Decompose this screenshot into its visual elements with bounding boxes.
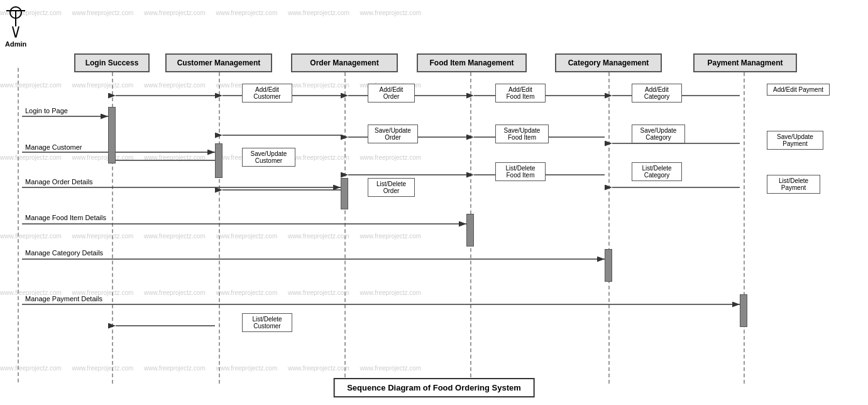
note-add-edit-order: Add/EditOrder [368, 84, 415, 103]
header-food: Food Item Management [417, 53, 527, 72]
note-list-delete-payment: List/DeletePayment [767, 175, 820, 194]
note-list-delete-order: List/DeleteOrder [368, 178, 415, 197]
activation-customer [215, 143, 222, 178]
actor-lifeline [18, 68, 19, 382]
msg-manage-order: Manage Order Details [25, 178, 93, 186]
msg-manage-category: Manage Category Details [25, 249, 103, 257]
header-category: Category Management [555, 53, 662, 72]
note-save-update-food: Save/UpdateFood Item [495, 125, 549, 143]
activation-food [466, 214, 474, 247]
msg-manage-payment: Manage Payment Details [25, 295, 102, 302]
activation-payment [740, 294, 747, 327]
header-payment: Payment Managment [693, 53, 797, 72]
note-save-update-customer: Save/UpdateCustomer [242, 148, 295, 167]
msg-manage-food: Manage Food Item Details [25, 214, 106, 221]
header-order: Order Management [291, 53, 398, 72]
msg-login-to-page: Login to Page [25, 107, 68, 114]
lifeline-category [608, 72, 610, 384]
note-add-edit-payment: Add/Edit Payment [767, 84, 830, 96]
note-save-update-order: Save/UpdateOrder [368, 125, 418, 143]
note-add-edit-category: Add/EditCategory [632, 84, 682, 103]
note-list-delete-customer: List/DeleteCustomer [242, 313, 292, 332]
activation-category [605, 249, 612, 282]
actor-body [15, 11, 16, 26]
activation-order [341, 178, 348, 209]
activation-login [108, 107, 116, 164]
diagram-title: Sequence Diagram of Food Ordering System [333, 378, 535, 397]
note-list-delete-category: List/DeleteCategory [632, 162, 682, 181]
note-list-delete-food: List/DeleteFood Item [495, 162, 546, 181]
note-add-edit-food: Add/EditFood Item [495, 84, 546, 103]
lifeline-order [344, 72, 346, 384]
lifeline-customer [219, 72, 220, 384]
note-save-update-payment: Save/UpdatePayment [767, 131, 823, 150]
note-save-update-category: Save/UpdateCategory [632, 125, 685, 143]
msg-manage-customer: Manage Customer [25, 143, 82, 151]
header-customer: Customer Management [165, 53, 272, 72]
header-login: Login Success [74, 53, 150, 72]
actor-admin: Admin [5, 6, 26, 48]
lifeline-payment [744, 72, 745, 384]
note-add-edit-customer: Add/EditCustomer [242, 84, 292, 103]
